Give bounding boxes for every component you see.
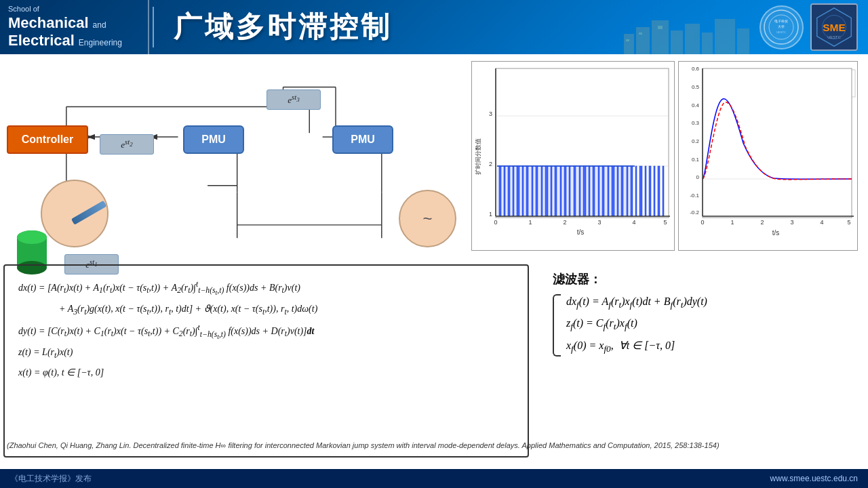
- svg-text:扩时间分数值: 扩时间分数值: [475, 138, 481, 175]
- svg-text:1: 1: [730, 219, 734, 226]
- buildings-icon: [624, 14, 760, 54]
- citation-text: (Zhaohui Chen, Qi Huang, Zhang Lin. Dece…: [7, 441, 861, 451]
- svg-rect-0: [624, 34, 634, 54]
- svg-text:3: 3: [489, 110, 492, 117]
- svg-rect-95: [645, 166, 646, 216]
- svg-rect-4: [685, 24, 700, 54]
- svg-rect-78: [564, 166, 566, 216]
- svg-rect-83: [589, 166, 590, 216]
- delay-st3-label: est3: [288, 93, 300, 106]
- page-title: 广域多时滞控制: [157, 8, 760, 46]
- svg-rect-66: [508, 166, 510, 216]
- svg-point-46: [17, 230, 47, 244]
- svg-rect-68: [517, 166, 519, 216]
- svg-rect-7: [737, 28, 749, 54]
- svg-rect-65: [504, 166, 505, 216]
- svg-rect-1: [636, 27, 650, 54]
- svg-rect-3: [671, 30, 683, 54]
- filter-title: 滤波器：: [553, 271, 848, 287]
- svg-rect-91: [627, 166, 628, 216]
- svg-text:0: 0: [494, 219, 497, 226]
- controller-block: Controller: [7, 125, 88, 154]
- logo-area: 电子科技 大学 UESTC SME UESTC: [760, 3, 868, 51]
- svg-text:2: 2: [563, 219, 566, 226]
- svg-text:0.2: 0.2: [692, 138, 700, 144]
- svg-text:3: 3: [597, 219, 601, 226]
- svg-rect-96: [649, 166, 651, 216]
- svg-rect-85: [598, 166, 599, 216]
- charts-area: 扩时间分数值 1 2 3 0 1 2 3 4 5 t/s: [471, 61, 861, 264]
- svg-text:UESTC: UESTC: [827, 35, 841, 39]
- svg-text:电子科技: 电子科技: [774, 19, 788, 23]
- svg-rect-92: [631, 166, 633, 216]
- svg-rect-69: [522, 166, 524, 216]
- svg-rect-6: [715, 19, 735, 54]
- svg-text:4: 4: [820, 219, 823, 226]
- svg-text:0.6: 0.6: [692, 66, 700, 72]
- svg-rect-89: [617, 166, 618, 216]
- svg-rect-76: [555, 166, 557, 216]
- svg-rect-86: [602, 166, 604, 216]
- svg-rect-8: [626, 39, 629, 41]
- svg-text:5: 5: [847, 219, 850, 226]
- pmu1-label: PMU: [201, 134, 226, 146]
- svg-rect-87: [608, 166, 609, 216]
- footer-left-text: 《电工技术学报》发布: [10, 473, 92, 485]
- engineering-label: Engineering: [79, 38, 122, 47]
- university-logo: 电子科技 大学 UESTC: [760, 5, 804, 49]
- svg-rect-2: [652, 20, 669, 54]
- svg-rect-81: [579, 166, 580, 216]
- filter-formulas-block: 滤波器： dxf(t) = Af(rt)xf(t)dt + Bf(rt)dy(t…: [542, 264, 858, 447]
- school-info: School of Mechanical and Electrical Engi…: [0, 0, 149, 54]
- delay-st2-label: est2: [121, 138, 133, 150]
- svg-rect-98: [658, 166, 660, 216]
- svg-rect-82: [583, 166, 586, 216]
- svg-text:4: 4: [632, 219, 635, 226]
- svg-rect-64: [499, 166, 501, 216]
- formula-line3: dy(t) = [C(rt)x(t) + C1(rt)x(t − τ(st,t)…: [18, 321, 514, 342]
- svg-text:0.1: 0.1: [692, 157, 700, 163]
- svg-rect-74: [545, 166, 548, 216]
- filter-line3: xf(0) = xf0, ∀t ∈ [−τ, 0]: [566, 339, 707, 354]
- smee-logo: SME UESTC: [810, 3, 858, 51]
- svg-rect-99: [663, 166, 664, 216]
- svg-text:-0.1: -0.1: [690, 192, 699, 199]
- filter-line2: zf(t) = Cf(rt)xf(t): [566, 317, 707, 332]
- svg-text:3: 3: [790, 219, 793, 226]
- delay-st2-block: est2: [100, 134, 154, 155]
- svg-text:1: 1: [528, 219, 532, 226]
- svg-rect-73: [541, 166, 542, 216]
- pmu2-block: PMU: [332, 125, 393, 154]
- svg-rect-75: [551, 166, 552, 216]
- svg-rect-94: [639, 166, 642, 216]
- mechanical-label: Mechanical: [8, 14, 89, 32]
- svg-text:0: 0: [696, 174, 700, 180]
- formula-line4: z(t) = L(rt)x(t): [18, 344, 514, 363]
- svg-rect-67: [513, 166, 514, 216]
- svg-text:大学: 大学: [778, 24, 785, 28]
- svg-rect-88: [612, 166, 614, 216]
- generator2-circle: ~: [399, 190, 456, 247]
- svg-rect-93: [635, 166, 637, 216]
- svg-text:UESTC: UESTC: [776, 30, 786, 34]
- svg-text:t/s: t/s: [577, 228, 585, 236]
- tilde-symbol: ~: [422, 209, 432, 228]
- header: School of Mechanical and Electrical Engi…: [0, 0, 868, 54]
- footer-right-text: www.smee.uestc.edu.cn: [770, 474, 858, 483]
- controller-label: Controller: [22, 134, 73, 146]
- svg-text:0: 0: [701, 219, 704, 226]
- pmu2-label: PMU: [351, 134, 375, 146]
- svg-rect-80: [574, 166, 576, 216]
- formula-line2: + A3(rt)g(x(t), x(t − τ(st,t)), rt, t)dt…: [18, 300, 514, 319]
- svg-rect-107: [703, 68, 852, 218]
- svg-text:5: 5: [663, 219, 667, 226]
- svg-text:SME: SME: [823, 22, 846, 33]
- delay-st3-block: est3: [267, 89, 321, 110]
- citation-content: (Zhaohui Chen, Qi Huang, Zhang Lin. Dece…: [7, 441, 719, 449]
- school-of-label: School of: [8, 5, 140, 13]
- formulas-block: dx(t) = [A(rt)x(t) + A1(rt)x(t − τ(st,t)…: [3, 264, 529, 458]
- svg-rect-84: [593, 166, 595, 216]
- svg-text:2: 2: [760, 219, 764, 226]
- pmu1-block: PMU: [183, 125, 244, 154]
- main-content: Controller PMU PMU est2 est3 est1 ~: [0, 54, 868, 471]
